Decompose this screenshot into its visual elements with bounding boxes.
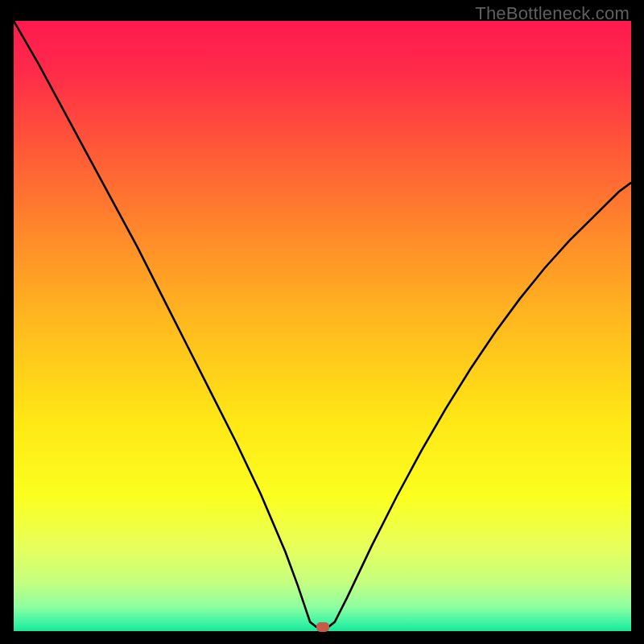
svg-rect-0	[14, 21, 631, 631]
watermark-text: TheBottleneck.com	[475, 3, 630, 24]
minimum-marker	[316, 622, 329, 632]
plot-area	[14, 21, 631, 631]
chart-frame	[14, 21, 631, 631]
gradient-background	[14, 21, 631, 631]
